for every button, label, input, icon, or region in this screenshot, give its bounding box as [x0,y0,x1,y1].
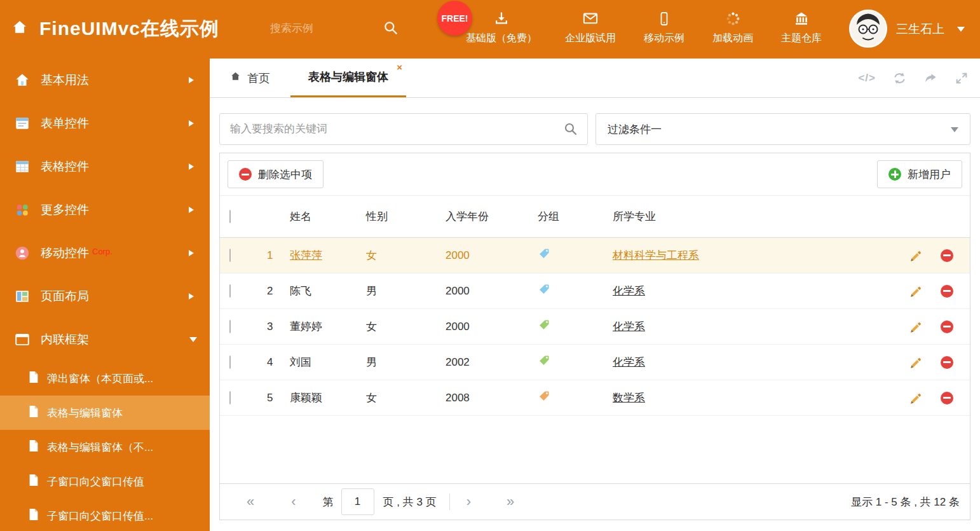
expand-icon[interactable] [955,71,969,85]
delete-icon[interactable] [941,356,953,369]
sidebar-subitem-grid-edit-window-2[interactable]: 表格与编辑窗体（不... [0,430,210,464]
row-checkbox[interactable] [229,355,231,369]
header-search-icon[interactable] [383,20,399,39]
tag-icon [538,357,550,369]
sidebar-item-form-controls[interactable]: 表单控件 [0,102,210,145]
edit-icon[interactable] [909,320,922,333]
mobile-icon [657,8,672,27]
gender-cell: 女 [365,248,444,263]
prev-page-button[interactable]: ‹ [291,495,296,509]
last-page-button[interactable]: » [507,495,514,509]
sidebar-item-label: 页面布局 [41,288,89,305]
student-name: 陈飞 [290,285,311,297]
chevron-down-icon [951,127,958,136]
keyword-search-box [219,113,588,145]
delete-selected-button[interactable]: 删除选中项 [228,160,323,188]
avatar[interactable] [849,10,887,48]
major-link[interactable]: 化学系 [613,321,645,333]
sidebar-item-page-layout[interactable]: 页面布局 [0,275,210,318]
layout-icon [14,288,31,305]
gender-cell: 女 [365,390,444,405]
page-prefix-label: 第 [323,495,334,509]
free-badge: FREE! [437,1,472,36]
add-user-button[interactable]: 新增用户 [877,160,962,188]
student-name-link[interactable]: 张萍萍 [290,249,322,261]
content: 过滤条件一 删除选中项 新增用户 [210,98,980,520]
filter-dropdown[interactable]: 过滤条件一 [595,113,970,145]
major-link[interactable]: 数学系 [613,392,645,404]
tag-icon [538,251,550,263]
edit-icon[interactable] [909,391,922,404]
sidebar-subitem-child-to-parent-2[interactable]: 子窗口向父窗口传值... [0,499,210,531]
row-number: 2 [258,285,289,298]
divider [449,493,450,510]
delete-icon[interactable] [941,285,953,298]
select-all-checkbox[interactable] [229,210,231,223]
sidebar-item-basic-usage[interactable]: 基本用法 [0,59,210,102]
file-icon [28,508,39,524]
table-row: 1 张萍萍 女 2000 材料科学与工程系 [220,238,970,273]
sidebar-item-label: 内联框架 [41,331,89,348]
major-link[interactable]: 材料科学与工程系 [613,249,699,261]
edit-icon[interactable] [909,355,922,369]
nav-item-enterprise-trial[interactable]: 企业版试用 [565,8,616,45]
major-link[interactable]: 化学系 [613,356,645,368]
first-page-button[interactable]: « [247,495,254,509]
delete-icon[interactable] [941,321,953,333]
frame-icon [14,331,31,348]
sidebar-item-label: 移动控件 [41,245,89,261]
tab-label: 表格与编辑窗体 [308,69,388,85]
delete-icon[interactable] [941,392,953,404]
sidebar-subitem-grid-edit-window[interactable]: 表格与编辑窗体 [0,396,210,430]
row-checkbox[interactable] [229,249,231,262]
home-icon[interactable] [10,18,29,39]
filter-row: 过滤条件一 [219,113,970,145]
sidebar-item-more-controls[interactable]: 更多控件 [0,188,210,231]
gender-cell: 男 [365,355,444,369]
nav-item-theme-repo[interactable]: 主题仓库 [781,8,822,45]
sidebar-subitem-popup-window[interactable]: 弹出窗体（本页面或... [0,361,210,396]
table-row: 3 董婷婷 女 2000 化学系 [220,309,970,345]
share-forward-icon[interactable] [923,71,938,85]
keyword-search-input[interactable] [220,114,554,144]
edit-icon[interactable] [909,284,922,298]
header-search-input[interactable] [270,19,372,38]
row-checkbox[interactable] [229,320,231,333]
nav-item-mobile-demo[interactable]: 移动示例 [644,8,684,45]
chevron-down-icon[interactable] [957,27,965,36]
table-row: 4 刘国 男 2002 化学系 [220,345,970,380]
page-number-input[interactable] [341,488,374,515]
sidebar-item-inline-frame[interactable]: 内联框架 [0,318,210,361]
sidebar-item-mobile-controls[interactable]: 移动控件 Corp. [0,231,210,275]
sidebar-subitem-label: 子窗口向父窗口传值... [47,509,153,523]
tab-home[interactable]: 首页 [219,59,280,97]
user-name[interactable]: 三生石上 [896,21,944,38]
chevron-right-icon [189,120,197,127]
sidebar: 基本用法 表单控件 表格控件 更多控件 [0,59,210,531]
edit-icon[interactable] [909,249,922,262]
sidebar-subitem-child-to-parent[interactable]: 子窗口向父窗口传值 [0,464,210,499]
table-header-row: 姓名 性别 入学年份 分组 所学专业 [220,195,970,238]
nav-item-label: 加载动画 [712,32,753,45]
tab-bar: 首页 表格与编辑窗体 × </> [210,59,980,98]
source-code-icon[interactable]: </> [858,72,876,85]
row-number: 4 [258,356,289,369]
tab-label: 首页 [247,71,270,86]
file-icon [28,371,39,387]
row-checkbox[interactable] [229,391,231,404]
house-icon [14,72,31,88]
row-checkbox[interactable] [229,284,231,298]
major-link[interactable]: 化学系 [613,285,645,297]
sidebar-item-label: 基本用法 [41,72,89,88]
delete-icon[interactable] [941,249,953,262]
next-page-button[interactable]: › [466,495,471,509]
close-icon[interactable]: × [397,62,402,72]
dots-cluster-icon [14,202,31,218]
search-icon[interactable] [554,121,587,137]
refresh-icon[interactable] [892,71,907,85]
year-cell: 2008 [444,392,536,404]
nav-item-loading-anim[interactable]: 加载动画 [712,8,753,45]
sidebar-item-grid-controls[interactable]: 表格控件 [0,145,210,188]
nav-item-basic-free[interactable]: 基础版（免费） [466,8,537,45]
tab-grid-edit-window[interactable]: 表格与编辑窗体 × [290,59,406,97]
